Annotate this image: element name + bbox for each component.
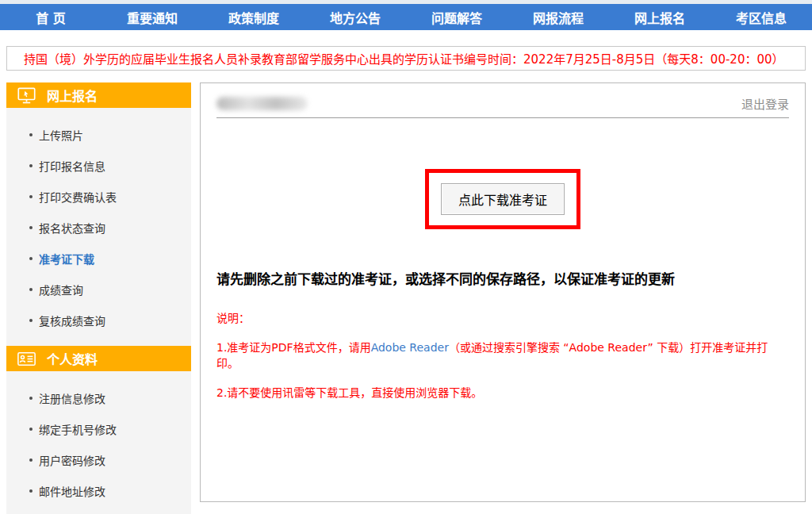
nav-item-notices[interactable]: 重要通知 bbox=[102, 4, 203, 30]
note-label: 说明： bbox=[216, 309, 789, 325]
sidebar-item-upload-photo[interactable]: 上传照片 bbox=[6, 119, 191, 150]
main-header: 退出登录 bbox=[201, 83, 805, 112]
sidebar-item-admission-ticket-download[interactable]: 准考证下载 bbox=[6, 243, 191, 274]
note-line-2: 2.请不要使用讯雷等下载工具，直接使用浏览器下载。 bbox=[216, 384, 789, 400]
nav-item-faq[interactable]: 问题解答 bbox=[406, 4, 508, 30]
username-redacted bbox=[216, 97, 308, 110]
sidebar-item-edit-registration-info[interactable]: 注册信息修改 bbox=[6, 382, 191, 413]
sidebar-section-title: 个人资料 bbox=[47, 349, 98, 368]
monitor-icon bbox=[17, 86, 36, 105]
sidebar-item-edit-bound-phone[interactable]: 绑定手机号修改 bbox=[6, 413, 191, 444]
sidebar-list-personal-info: 注册信息修改 绑定手机号修改 用户密码修改 邮件地址修改 bbox=[6, 371, 191, 514]
sidebar-item-edit-email[interactable]: 邮件地址修改 bbox=[6, 475, 191, 506]
sidebar-item-edit-password[interactable]: 用户密码修改 bbox=[6, 444, 191, 475]
content-layout: 网上报名 上传照片 打印报名信息 打印交费确认表 报名状态查询 准考证下载 成绩… bbox=[0, 82, 812, 514]
sidebar-section-personal-info: 个人资料 bbox=[6, 346, 191, 371]
logout-link[interactable]: 退出登录 bbox=[741, 95, 789, 112]
sidebar-item-registration-status[interactable]: 报名状态查询 bbox=[6, 212, 191, 243]
nav-item-local-announcements[interactable]: 地方公告 bbox=[304, 4, 406, 30]
sidebar-section-online-registration: 网上报名 bbox=[6, 82, 191, 108]
id-card-icon bbox=[17, 349, 36, 369]
sidebar-item-score-query[interactable]: 成绩查询 bbox=[6, 274, 191, 305]
nav-item-policies[interactable]: 政策制度 bbox=[203, 4, 304, 30]
note-line-1-prefix: 1.准考证为PDF格式文件，请用 bbox=[216, 341, 371, 354]
notice-bar: 持国（境）外学历的应届毕业生报名人员补录教育部留学服务中心出具的学历认证书编号时… bbox=[6, 46, 806, 71]
sidebar: 网上报名 上传照片 打印报名信息 打印交费确认表 报名状态查询 准考证下载 成绩… bbox=[6, 82, 191, 514]
notice-text: 持国（境）外学历的应届毕业生报名人员补录教育部留学服务中心出具的学历认证书编号时… bbox=[24, 50, 784, 67]
update-warning-heading: 请先删除之前下载过的准考证，或选择不同的保存路径，以保证准考证的更新 bbox=[216, 268, 789, 288]
nav-item-exam-area-info[interactable]: 考区信息 bbox=[710, 4, 812, 30]
nav-item-online-registration[interactable]: 网上报名 bbox=[609, 4, 710, 30]
nav-item-home[interactable]: 首 页 bbox=[0, 4, 102, 30]
sidebar-section-title: 网上报名 bbox=[47, 86, 98, 105]
download-area: 点此下载准考证 bbox=[201, 118, 805, 229]
note-line-1: 1.准考证为PDF格式文件，请用Adobe Reader（或通过搜索引擎搜索 “… bbox=[216, 339, 789, 370]
adobe-reader-link[interactable]: Adobe Reader bbox=[371, 341, 449, 354]
sidebar-list-online-registration: 上传照片 打印报名信息 打印交费确认表 报名状态查询 准考证下载 成绩查询 复核… bbox=[6, 108, 191, 346]
sidebar-item-print-payment-confirmation[interactable]: 打印交费确认表 bbox=[6, 181, 191, 212]
main-panel: 退出登录 点此下载准考证 请先删除之前下载过的准考证，或选择不同的保存路径，以保… bbox=[200, 82, 806, 502]
nav-item-registration-process[interactable]: 网报流程 bbox=[508, 4, 609, 30]
annotation-highlight-box: 点此下载准考证 bbox=[425, 169, 580, 229]
download-admission-ticket-button[interactable]: 点此下载准考证 bbox=[441, 183, 565, 215]
top-navigation: 首 页 重要通知 政策制度 地方公告 问题解答 网报流程 网上报名 考区信息 bbox=[0, 4, 812, 30]
sidebar-item-print-registration[interactable]: 打印报名信息 bbox=[6, 150, 191, 181]
sidebar-item-score-review-query[interactable]: 复核成绩查询 bbox=[6, 305, 191, 336]
